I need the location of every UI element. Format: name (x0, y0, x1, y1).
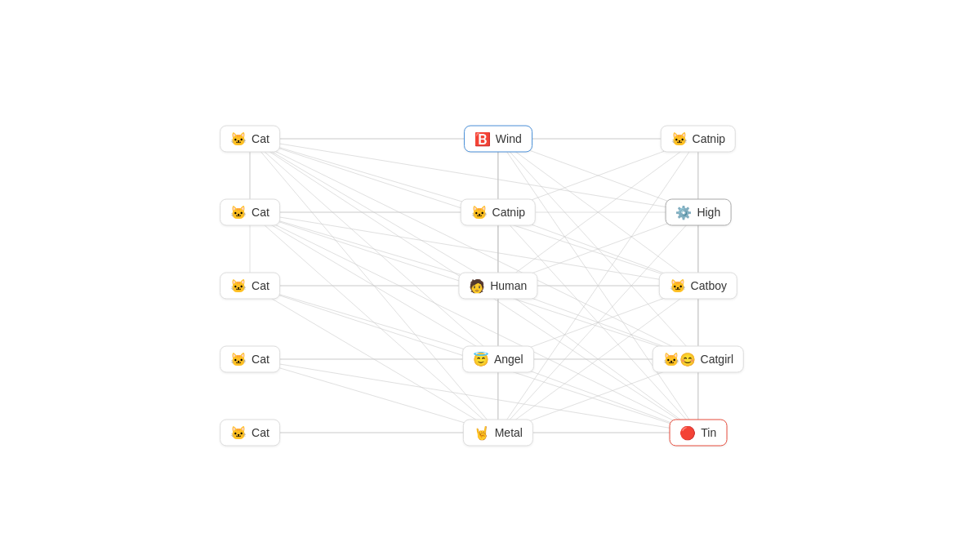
node-catnip2[interactable]: 🐱Catnip (461, 198, 536, 225)
node-label-cat4: Cat (252, 353, 270, 366)
node-label-catnip1: Catnip (693, 132, 725, 145)
node-cat4[interactable]: 🐱Cat (220, 345, 280, 372)
node-icon-catboy: 🐱 (670, 278, 686, 293)
node-icon-cat2: 🐱 (230, 204, 247, 220)
node-tin[interactable]: 🔴Tin (669, 419, 727, 446)
edge-cat2-metal (250, 212, 498, 433)
node-cat5[interactable]: 🐱Cat (220, 419, 280, 446)
edge-high-metal (498, 212, 698, 433)
node-icon-angel: 😇 (473, 351, 489, 367)
node-label-catboy: Catboy (691, 279, 727, 292)
node-icon-cat4: 🐱 (230, 351, 247, 367)
edge-cat4-metal (250, 359, 498, 433)
node-cat2[interactable]: 🐱Cat (220, 198, 280, 225)
node-label-tin: Tin (701, 426, 716, 439)
node-label-high: High (697, 206, 720, 219)
node-label-wind: Wind (496, 132, 522, 145)
node-icon-cat5: 🐱 (230, 424, 247, 440)
edge-cat2-tin (250, 212, 698, 433)
edge-wind-catgirl (498, 139, 698, 359)
node-label-cat1: Cat (252, 132, 270, 145)
node-catgirl[interactable]: 🐱😊Catgirl (653, 345, 744, 372)
node-cat1[interactable]: 🐱Cat (220, 125, 280, 152)
node-cat3[interactable]: 🐱Cat (220, 272, 280, 299)
node-label-cat2: Cat (252, 206, 270, 219)
node-human[interactable]: 🧑Human (458, 272, 537, 299)
node-icon-wind: 🅱️ (474, 131, 491, 146)
edge-catnip2-tin (498, 212, 698, 433)
node-label-catgirl: Catgirl (701, 353, 733, 366)
node-label-human: Human (490, 279, 527, 292)
node-icon-high: ⚙️ (675, 204, 692, 220)
edge-cat1-catgirl (250, 139, 698, 359)
node-icon-catgirl: 🐱😊 (663, 351, 696, 367)
node-wind[interactable]: 🅱️Wind (464, 125, 532, 152)
node-metal[interactable]: 🤘Metal (463, 419, 533, 446)
edge-cat3-metal (250, 286, 498, 433)
node-catboy[interactable]: 🐱Catboy (659, 272, 737, 299)
edge-cat1-angel (250, 139, 498, 359)
node-label-cat3: Cat (252, 279, 270, 292)
node-icon-metal: 🤘 (474, 424, 490, 440)
node-icon-cat3: 🐱 (230, 278, 247, 293)
node-angel[interactable]: 😇Angel (462, 345, 534, 372)
node-catnip1[interactable]: 🐱Catnip (661, 125, 736, 152)
node-high[interactable]: ⚙️High (665, 198, 731, 225)
node-icon-catnip2: 🐱 (471, 204, 488, 220)
node-label-cat5: Cat (252, 426, 270, 439)
node-label-catnip2: Catnip (492, 206, 525, 219)
node-label-angel: Angel (494, 353, 523, 366)
node-label-metal: Metal (495, 426, 523, 439)
node-icon-cat1: 🐱 (230, 131, 247, 146)
graph-container: 🐱Cat🅱️Wind🐱Catnip🐱Cat🐱Catnip⚙️High🐱Cat🧑H… (90, 31, 890, 521)
node-icon-human: 🧑 (469, 278, 485, 293)
node-icon-catnip1: 🐱 (671, 131, 688, 146)
node-icon-tin: 🔴 (679, 424, 696, 440)
